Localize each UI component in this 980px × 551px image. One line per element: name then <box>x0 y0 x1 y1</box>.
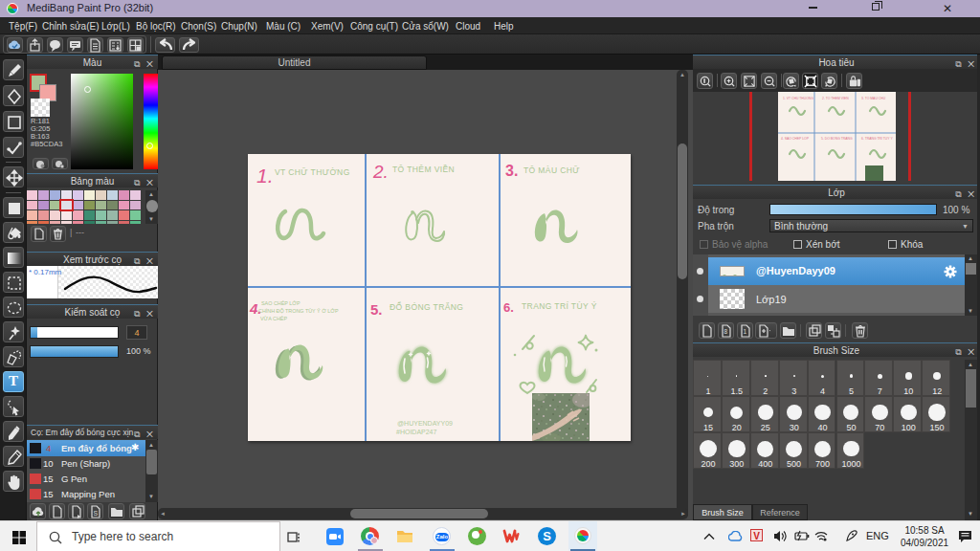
svg-text:4. SAO CHEP LOP: 4. SAO CHEP LOP <box>781 137 810 141</box>
svg-text:2.: 2. <box>372 162 389 182</box>
svg-text:1.: 1. <box>256 165 274 187</box>
svg-text:ĐỔ BÓNG TRẮNG: ĐỔ BÓNG TRẮNG <box>390 301 463 312</box>
svg-text:CHỈNH ĐỘ TRONG TÙY Ý Ở LỚP: CHỈNH ĐỘ TRONG TÙY Ý Ở LỚP <box>258 308 339 314</box>
svg-text:TRANG TRÍ TÙY Ý: TRANG TRÍ TÙY Ý <box>522 301 597 311</box>
svg-text:3.: 3. <box>505 163 518 179</box>
svg-text:VỪA CHÉP: VỪA CHÉP <box>260 316 287 321</box>
svg-text:5. DO BONG TRANG: 5. DO BONG TRANG <box>821 137 853 141</box>
svg-text:5.: 5. <box>370 301 383 318</box>
svg-text:#HOIDAP247: #HOIDAP247 <box>396 429 437 435</box>
svg-text:6. TRANG TRI TUY Y: 6. TRANG TRI TUY Y <box>861 137 893 141</box>
svg-text:VT CHỮ THƯỜNG: VT CHỮ THƯỜNG <box>275 167 350 177</box>
svg-text:3. TO MAU CHU: 3. TO MAU CHU <box>861 97 886 100</box>
svg-text:SAO CHÉP LỚP: SAO CHÉP LỚP <box>261 300 301 306</box>
svg-text:1: 1 <box>744 328 747 335</box>
svg-text:S: S <box>94 510 99 517</box>
svg-text:TÔ MÀU CHỮ: TÔ MÀU CHỮ <box>523 165 580 175</box>
svg-text:1. VT CHU THUONG: 1. VT CHU THUONG <box>783 97 813 100</box>
svg-text:@HUYENDAYY09: @HUYENDAYY09 <box>397 420 453 427</box>
svg-text:TÔ THÊM VIỀN: TÔ THÊM VIỀN <box>392 165 455 174</box>
svg-text:6.: 6. <box>503 300 514 315</box>
svg-text:2. TO THEM VIEN: 2. TO THEM VIEN <box>822 97 849 100</box>
svg-text:8: 8 <box>724 328 728 335</box>
